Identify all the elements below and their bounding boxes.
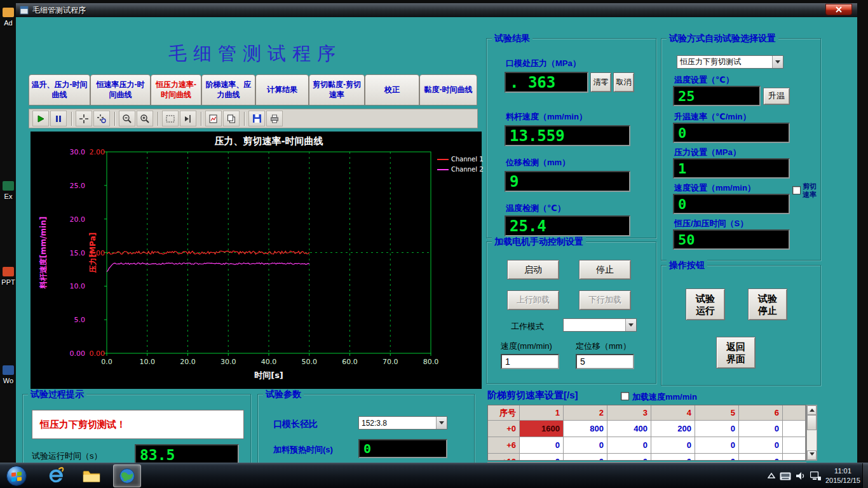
manual-speed-label: 速度(mm/min) [501, 341, 552, 352]
network-icon[interactable] [810, 471, 821, 480]
hidden-icons-arrow[interactable] [768, 472, 775, 480]
desktop-icon[interactable]: PPT [0, 267, 17, 286]
table-cell[interactable]: 0 [520, 437, 564, 454]
back-button[interactable]: 返回界面 [716, 337, 756, 369]
shear-rate-checkbox[interactable] [792, 186, 801, 194]
svg-text:10.0: 10.0 [140, 358, 156, 366]
table-cell-selected[interactable]: 1600 [520, 421, 564, 437]
pause-button[interactable] [50, 111, 67, 126]
tab-calibration[interactable]: 校正 [365, 74, 419, 105]
cancel-button[interactable]: 取消 [613, 72, 634, 92]
work-mode-dropdown[interactable] [563, 318, 637, 332]
tab-const-pressure-rate-time[interactable]: 恒压力速率-时间曲线 [151, 74, 201, 105]
play-button[interactable] [32, 111, 49, 126]
select-region-button[interactable] [162, 111, 179, 126]
table-cell-empty[interactable] [783, 421, 806, 437]
test-mode-dropdown[interactable]: 恒压力下剪切测试 [677, 55, 783, 69]
tab-const-rate-pressure-time[interactable]: 恒速率压力-时间曲线 [90, 74, 151, 105]
table-cell[interactable]: 200 [651, 421, 695, 437]
svg-text:Channel 1: Channel 1 [451, 156, 484, 163]
copy-graph-button[interactable] [223, 111, 240, 126]
tab-viscosity-time[interactable]: 黏度-时间曲线 [419, 74, 477, 105]
temp-set-display: 25 [673, 86, 761, 106]
desktop-icon[interactable]: Ad [0, 8, 17, 27]
select-region-icon [165, 114, 175, 124]
taskbar-item-app-globe[interactable] [113, 464, 141, 487]
table-cell[interactable]: 0 [564, 454, 607, 461]
table-cell[interactable]: 0 [739, 454, 783, 461]
manual-speed-input[interactable] [501, 354, 559, 369]
scroll-down-button[interactable] [807, 451, 817, 460]
start-button[interactable]: 启动 [507, 260, 559, 280]
taskbar-clock[interactable]: 11:01 2015/12/15 [825, 466, 860, 485]
tab-temp-rise-pressure-time[interactable]: 温升、压力-时间曲线 [29, 74, 90, 105]
test-results-title: 试验结果 [492, 33, 532, 44]
taskbar-item-ie[interactable] [42, 464, 70, 487]
row-label: +0 [488, 421, 520, 437]
stop-button[interactable]: 停止 [579, 260, 631, 280]
globe-icon [118, 467, 136, 485]
toolbar-separator [244, 112, 245, 126]
export-graph-button[interactable] [205, 111, 222, 126]
table-cell[interactable]: 0 [651, 454, 695, 461]
table-cell[interactable]: 400 [607, 421, 651, 437]
table-cell[interactable]: 0 [651, 437, 695, 454]
taskbar-item-explorer[interactable] [78, 464, 105, 487]
volume-icon[interactable] [796, 471, 806, 480]
print-button[interactable] [266, 111, 283, 126]
table-cell[interactable]: 0 [607, 437, 651, 454]
chevron-down-icon[interactable] [772, 56, 783, 68]
table-vertical-scrollbar[interactable] [806, 405, 817, 461]
save-button[interactable] [248, 111, 265, 126]
load-speed-checkbox[interactable] [621, 392, 629, 400]
preheat-display: 0 [358, 439, 447, 458]
heat-button[interactable]: 升温 [763, 88, 790, 105]
table-cell[interactable]: 0 [520, 454, 564, 461]
desktop-icon[interactable]: Ex [0, 181, 17, 200]
pan-crosshair-button[interactable] [76, 111, 92, 126]
start-button[interactable] [3, 464, 31, 487]
test-mode-value: 恒压力下剪切测试 [680, 57, 741, 67]
chevron-down-icon[interactable] [625, 319, 636, 331]
close-button[interactable] [825, 4, 852, 15]
tab-calc-results[interactable]: 计算结果 [255, 74, 309, 105]
desktop-icon-label: PPT [0, 278, 17, 286]
table-cell[interactable]: 0 [695, 421, 739, 437]
die-ratio-dropdown[interactable]: 152:3.8 [358, 416, 447, 430]
step-shear-table[interactable]: 序号 1 2 3 4 5 6 +0 1600 800 400 200 0 0 +… [487, 405, 806, 461]
scrollbar-thumb[interactable] [807, 415, 817, 430]
chevron-down-icon[interactable] [436, 417, 447, 429]
stop-test-button[interactable]: 试验停止 [748, 288, 787, 320]
zoom-box-button[interactable] [93, 111, 110, 126]
tab-step-rate-stress[interactable]: 阶梯速率、应力曲线 [201, 74, 255, 105]
table-cell-empty[interactable] [783, 454, 806, 461]
zoom-in-button[interactable] [137, 111, 153, 126]
zoom-out-button[interactable] [119, 111, 135, 126]
cursor-track-button[interactable] [180, 111, 196, 126]
row-label: +6 [488, 437, 520, 454]
run-test-button[interactable]: 试验运行 [686, 288, 725, 320]
auto-test-title: 试验方式自动试验选择设置 [667, 33, 778, 44]
show-desktop-button[interactable] [862, 463, 868, 488]
table-cell[interactable]: 0 [739, 437, 783, 454]
step-shear-title: 阶梯剪切速率设置[/s] [487, 390, 578, 402]
test-params-panel: 试验参数 口模长径比 152:3.8 加料预热时间(s) 0 [257, 394, 475, 467]
desktop-icon[interactable]: Wo [0, 365, 17, 384]
tab-shear-viscosity-rate[interactable]: 剪切黏度-剪切速率 [309, 74, 365, 105]
zoom-out-icon [122, 114, 132, 124]
table-cell[interactable]: 0 [564, 437, 607, 454]
table-cell[interactable]: 0 [739, 421, 783, 437]
target-displacement-input[interactable] [576, 354, 634, 369]
table-cell[interactable]: 0 [695, 437, 739, 454]
unload-up-button[interactable]: 上行卸载 [507, 290, 559, 310]
table-cell[interactable]: 800 [564, 421, 607, 437]
table-cell[interactable]: 0 [695, 454, 739, 461]
table-cell[interactable]: 0 [607, 454, 651, 461]
scroll-up-button[interactable] [807, 405, 817, 415]
clear-button[interactable]: 清零 [590, 72, 611, 92]
table-cell-empty[interactable] [783, 437, 806, 454]
keyboard-icon[interactable] [780, 472, 791, 480]
title-bar[interactable]: 毛细管测试程序 [16, 3, 857, 17]
load-down-button[interactable]: 下行加载 [579, 290, 631, 310]
chart-area[interactable]: 压力、剪切速率-时间曲线0.010.020.030.040.050.060.07… [31, 132, 482, 389]
